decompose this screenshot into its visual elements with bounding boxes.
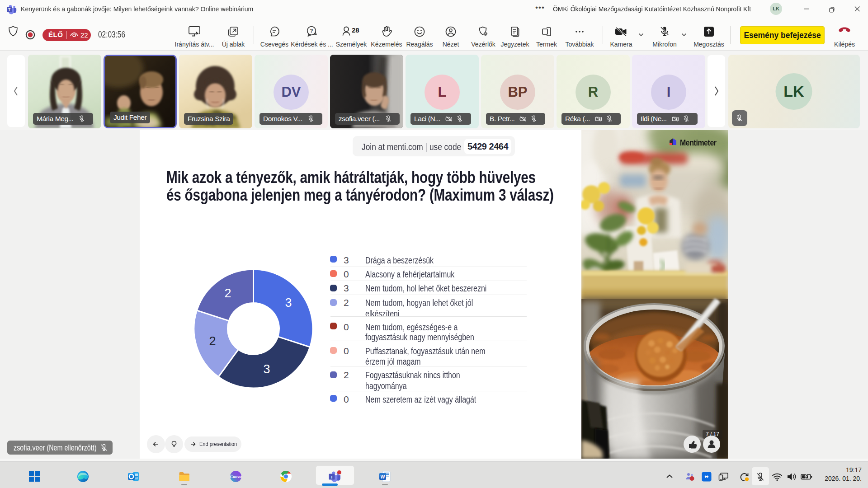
svg-text:2: 2 [224,286,231,300]
svg-text:3: 3 [263,362,270,376]
svg-text:2: 2 [209,334,216,348]
svg-text:?: ? [310,28,313,33]
svg-text:T: T [330,474,333,479]
svg-text:T: T [8,7,11,12]
svg-text:28: 28 [352,26,359,34]
svg-text:Canva: Canva [230,474,242,479]
svg-text:W: W [381,474,385,479]
svg-text:3: 3 [285,296,292,310]
